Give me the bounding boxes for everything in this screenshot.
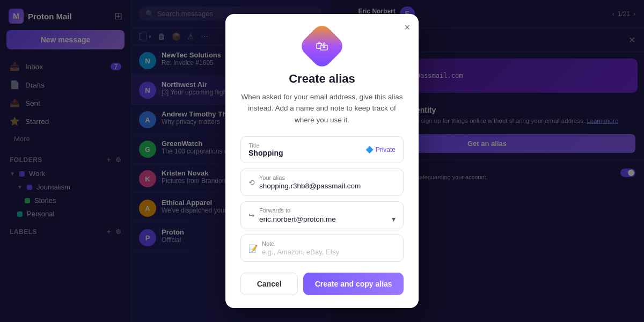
alias-field-icon: ⟲ [248,178,255,187]
forwards-row: eric.norbert@proton.me ▾ [259,215,396,223]
create-and-copy-alias-button[interactable]: Create and copy alias [303,273,404,295]
shopping-icon: 🛍 [316,39,328,54]
note-icon: 📝 [248,244,258,253]
title-field-content: Title Shopping [248,142,283,157]
cancel-button[interactable]: Cancel [240,273,298,295]
private-label: Private [376,146,396,153]
forwards-value: eric.norbert@proton.me [259,215,336,223]
note-field-content: Note e.g., Amazon, eBay, Etsy [262,240,396,256]
dropdown-arrow-icon: ▾ [392,215,396,223]
alias-field: ⟲ Your alias shopping.r3hb8@passmail.com [240,169,404,196]
create-alias-modal: × 🛍 Create alias When asked for your ema… [225,14,419,309]
alias-field-row: ⟲ Your alias shopping.r3hb8@passmail.com [248,174,396,190]
forwards-field[interactable]: ↪ Forwards to eric.norbert@proton.me ▾ [240,201,404,229]
alias-field-content: Your alias shopping.r3hb8@passmail.com [259,174,396,190]
private-badge-button[interactable]: 🔷 Private [365,146,396,153]
alias-label: Your alias [259,174,396,181]
modal-icon: 🛍 [298,21,347,70]
modal-actions: Cancel Create and copy alias [240,273,404,295]
forwards-label: Forwards to [259,207,396,214]
note-field[interactable]: 📝 Note e.g., Amazon, eBay, Etsy [240,235,404,262]
forwards-field-content: Forwards to eric.norbert@proton.me ▾ [259,207,396,223]
forward-icon: ↪ [248,211,255,219]
note-placeholder: e.g., Amazon, eBay, Etsy [262,248,396,256]
modal-icon-wrap: 🛍 [240,29,404,63]
shield-icon: 🔷 [365,146,374,153]
alias-value: shopping.r3hb8@passmail.com [259,182,396,190]
note-label: Note [262,240,396,247]
note-field-row: 📝 Note e.g., Amazon, eBay, Etsy [248,240,396,256]
title-field: Title Shopping 🔷 Private [240,136,404,163]
modal-title: Create alias [240,72,404,86]
modal-close-button[interactable]: × [404,23,410,32]
modal-description: When asked for your email address, give … [240,91,404,126]
title-field-row: Title Shopping 🔷 Private [248,142,396,157]
forwards-field-row: ↪ Forwards to eric.norbert@proton.me ▾ [248,207,396,223]
title-label: Title [248,142,283,149]
title-value: Shopping [248,149,283,157]
modal-overlay: × 🛍 Create alias When asked for your ema… [0,0,644,322]
